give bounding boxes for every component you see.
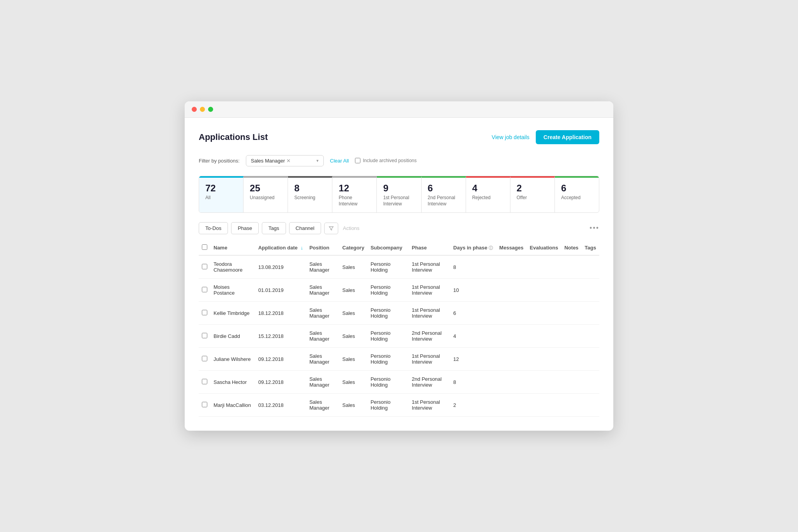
filter-icon-button[interactable] [324,223,338,234]
phase-tile-accepted[interactable]: 6Accepted [555,176,599,213]
archive-label: Include archived positions [363,158,417,163]
table-row: Kellie Timbridge 18.12.2018 Sales Manage… [199,302,599,325]
phase-tile-2nd-personal-interview[interactable]: 62nd Personal Interview [422,176,466,213]
phase-tiles: 72All25Unassigned8Screening12Phone Inter… [199,176,599,213]
phase-tile-screening[interactable]: 8Screening [288,176,332,213]
phase-tile-1st-personal-interview[interactable]: 91st Personal Interview [377,176,421,213]
th-evaluations: Evaluations [527,240,561,255]
clear-all-button[interactable]: Clear All [330,158,349,164]
row-checkbox[interactable] [202,402,207,407]
row-name[interactable]: Teodora Chasemoore [210,255,255,279]
row-subcompany: Personio Holding [367,279,409,302]
row-date: 09.12.2018 [255,371,306,394]
th-date[interactable]: Application date ↓ [255,240,306,255]
phase-tile-unassigned[interactable]: 25Unassigned [244,176,288,213]
row-checkbox-cell [199,394,210,417]
header-actions: View job details Create Application [492,130,599,144]
row-position: Sales Manager [306,255,339,279]
channel-button[interactable]: Channel [289,222,321,234]
table-body: Teodora Chasemoore 13.08.2019 Sales Mana… [199,255,599,417]
table-header: Name Application date ↓ Position Categor… [199,240,599,255]
filter-label: Filter by positions: [199,158,240,164]
row-position: Sales Manager [306,348,339,371]
row-days: 8 [450,255,496,279]
row-evaluations [527,348,561,371]
row-subcompany: Personio Holding [367,348,409,371]
filter-tag: Sales Manager ✕ [251,158,291,164]
more-options-button[interactable]: ••• [590,224,599,232]
row-messages [496,371,526,394]
row-checkbox-cell [199,279,210,302]
row-notes [561,394,581,417]
row-name[interactable]: Sascha Hector [210,371,255,394]
days-info-icon: ⓘ [489,246,493,250]
row-position: Sales Manager [306,302,339,325]
row-notes [561,371,581,394]
chevron-down-icon: ▾ [316,158,319,163]
row-position: Sales Manager [306,325,339,348]
todos-button[interactable]: To-Dos [199,222,228,234]
row-name[interactable]: Kellie Timbridge [210,302,255,325]
archive-checkbox[interactable] [355,158,360,163]
th-days: Days in phase ⓘ [450,240,496,255]
row-tags [582,302,599,325]
row-days: 12 [450,348,496,371]
tags-button[interactable]: Tags [262,222,286,234]
row-category: Sales [339,302,367,325]
filter-tag-value: Sales Manager [251,158,285,164]
row-checkbox[interactable] [202,310,207,315]
row-messages [496,302,526,325]
row-phase: 2nd Personal Interview [409,325,450,348]
applications-table-wrap: Name Application date ↓ Position Categor… [199,240,599,417]
row-name[interactable]: Moises Postance [210,279,255,302]
row-name[interactable]: Juliane Wilshere [210,348,255,371]
select-all-checkbox[interactable] [202,244,207,250]
row-checkbox[interactable] [202,356,207,361]
row-tags [582,348,599,371]
funnel-icon [328,226,334,231]
row-checkbox[interactable] [202,333,207,338]
position-filter-select[interactable]: Sales Manager ✕ ▾ [246,155,324,166]
phase-tile-all[interactable]: 72All [199,176,244,213]
create-application-button[interactable]: Create Application [536,130,599,144]
th-tags: Tags [582,240,599,255]
filter-tag-remove[interactable]: ✕ [286,158,291,164]
row-tags [582,371,599,394]
row-messages [496,394,526,417]
toolbar: To-Dos Phase Tags Channel Actions ••• [199,222,599,234]
row-tags [582,279,599,302]
phase-tile-offer[interactable]: 2Offer [510,176,555,213]
row-date: 01.01.2019 [255,279,306,302]
row-checkbox[interactable] [202,287,207,292]
phase-tile-phone-interview[interactable]: 12Phone Interview [332,176,377,213]
row-name[interactable]: Marji MacCallion [210,394,255,417]
row-checkbox[interactable] [202,264,207,269]
archive-checkbox-label: Include archived positions [355,158,417,163]
row-checkbox[interactable] [202,379,207,384]
row-days: 10 [450,279,496,302]
row-category: Sales [339,255,367,279]
row-evaluations [527,325,561,348]
row-notes [561,255,581,279]
table-row: Moises Postance 01.01.2019 Sales Manager… [199,279,599,302]
table-row: Marji MacCallion 03.12.2018 Sales Manage… [199,394,599,417]
row-date: 15.12.2018 [255,325,306,348]
row-subcompany: Personio Holding [367,394,409,417]
row-evaluations [527,394,561,417]
row-name[interactable]: Birdie Cadd [210,325,255,348]
row-date: 18.12.2018 [255,302,306,325]
applications-table: Name Application date ↓ Position Categor… [199,240,599,417]
row-date: 03.12.2018 [255,394,306,417]
row-evaluations [527,302,561,325]
table-row: Teodora Chasemoore 13.08.2019 Sales Mana… [199,255,599,279]
phase-button[interactable]: Phase [231,222,259,234]
table-row: Juliane Wilshere 09.12.2018 Sales Manage… [199,348,599,371]
table-row: Birdie Cadd 15.12.2018 Sales Manager Sal… [199,325,599,348]
close-dot[interactable] [192,107,197,112]
row-notes [561,302,581,325]
minimize-dot[interactable] [200,107,205,112]
phase-tile-rejected[interactable]: 4Rejected [466,176,510,213]
th-notes: Notes [561,240,581,255]
view-job-link[interactable]: View job details [492,134,530,140]
expand-dot[interactable] [208,107,213,112]
